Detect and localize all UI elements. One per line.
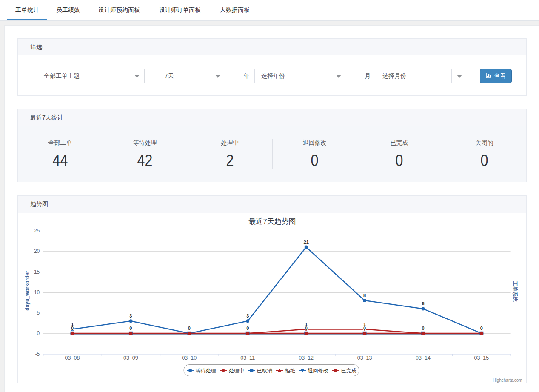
svg-text:25: 25 — [34, 228, 40, 234]
svg-text:15: 15 — [34, 269, 40, 275]
svg-text:退回修改: 退回修改 — [308, 368, 328, 374]
svg-text:03–13: 03–13 — [357, 355, 372, 361]
svg-text:等待处理: 等待处理 — [196, 368, 216, 374]
svg-text:3: 3 — [129, 313, 132, 318]
svg-text:拒绝: 拒绝 — [285, 368, 295, 374]
svg-text:0: 0 — [480, 326, 483, 331]
svg-text:0: 0 — [129, 326, 132, 331]
svg-text:1: 1 — [363, 322, 366, 327]
svg-text:03–12: 03–12 — [299, 355, 314, 361]
svg-text:已完成: 已完成 — [341, 368, 356, 374]
svg-text:5: 5 — [37, 310, 40, 316]
svg-text:03–14: 03–14 — [416, 355, 431, 361]
svg-text:0: 0 — [37, 330, 40, 336]
svg-text:dayu_workorder: dayu_workorder — [24, 271, 30, 311]
svg-text:8: 8 — [363, 293, 366, 298]
svg-text:0: 0 — [246, 326, 249, 331]
svg-text:6: 6 — [422, 301, 424, 306]
svg-text:21: 21 — [304, 240, 309, 245]
svg-text:20: 20 — [34, 248, 40, 254]
svg-text:最近7天趋势图: 最近7天趋势图 — [248, 217, 296, 226]
svg-text:03–10: 03–10 — [182, 355, 197, 361]
svg-text:处理中: 处理中 — [228, 368, 244, 374]
svg-text:已取消: 已取消 — [257, 368, 272, 374]
svg-text:10: 10 — [34, 289, 40, 295]
svg-text:1: 1 — [305, 322, 308, 327]
svg-text:3: 3 — [246, 313, 249, 318]
svg-text:03–09: 03–09 — [123, 355, 138, 361]
svg-text:03–11: 03–11 — [240, 355, 255, 361]
svg-text:Highcharts.com: Highcharts.com — [493, 378, 522, 383]
svg-text:03–08: 03–08 — [65, 355, 80, 361]
svg-text:0: 0 — [188, 326, 191, 331]
svg-text:0: 0 — [71, 326, 74, 331]
svg-text:03–15: 03–15 — [474, 355, 489, 361]
svg-text:工单系统: 工单系统 — [512, 281, 518, 302]
svg-text:-5: -5 — [35, 351, 40, 357]
svg-text:0: 0 — [422, 326, 424, 331]
